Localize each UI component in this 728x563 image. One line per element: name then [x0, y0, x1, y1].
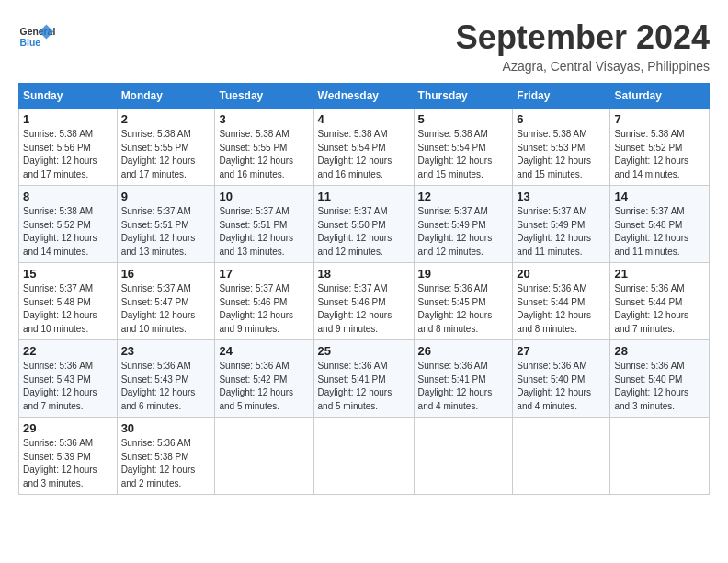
day-info: Sunrise: 5:38 AM Sunset: 5:53 PM Dayligh… — [517, 128, 606, 181]
day-info: Sunrise: 5:38 AM Sunset: 5:55 PM Dayligh… — [121, 128, 211, 181]
day-number: 9 — [121, 190, 211, 203]
day-info: Sunrise: 5:36 AM Sunset: 5:40 PM Dayligh… — [614, 360, 705, 413]
sunrise-label: Sunrise: 5:36 AM — [418, 283, 488, 293]
day-number: 23 — [121, 344, 211, 358]
calendar-day-9: 9 Sunrise: 5:37 AM Sunset: 5:51 PM Dayli… — [117, 186, 215, 263]
day-number: 16 — [121, 267, 211, 281]
daylight-label: Daylight: 12 hours and 16 minutes. — [318, 155, 392, 179]
calendar-week-2: 8 Sunrise: 5:38 AM Sunset: 5:52 PM Dayli… — [19, 186, 710, 263]
month-title: September 2024 — [456, 18, 710, 57]
day-info: Sunrise: 5:36 AM Sunset: 5:42 PM Dayligh… — [219, 360, 309, 413]
sunset-label: Sunset: 5:50 PM — [318, 220, 386, 230]
sunrise-label: Sunrise: 5:36 AM — [121, 361, 191, 371]
sunset-label: Sunset: 5:46 PM — [219, 297, 287, 307]
day-info: Sunrise: 5:36 AM Sunset: 5:39 PM Dayligh… — [23, 437, 113, 490]
sunset-label: Sunset: 5:48 PM — [23, 297, 91, 307]
day-info: Sunrise: 5:36 AM Sunset: 5:41 PM Dayligh… — [318, 360, 410, 413]
day-info: Sunrise: 5:37 AM Sunset: 5:47 PM Dayligh… — [121, 282, 211, 336]
daylight-label: Daylight: 12 hours and 17 minutes. — [23, 155, 97, 179]
calendar-day-24: 24 Sunrise: 5:36 AM Sunset: 5:42 PM Dayl… — [215, 340, 313, 418]
calendar-day-23: 23 Sunrise: 5:36 AM Sunset: 5:43 PM Dayl… — [117, 340, 215, 418]
calendar-day-10: 10 Sunrise: 5:37 AM Sunset: 5:51 PM Dayl… — [215, 186, 313, 263]
sunset-label: Sunset: 5:39 PM — [23, 452, 91, 462]
sunset-label: Sunset: 5:41 PM — [418, 374, 486, 385]
day-info: Sunrise: 5:37 AM Sunset: 5:48 PM Dayligh… — [614, 205, 705, 259]
day-info: Sunrise: 5:38 AM Sunset: 5:55 PM Dayligh… — [219, 128, 309, 181]
calendar-day-6: 6 Sunrise: 5:38 AM Sunset: 5:53 PM Dayli… — [513, 109, 610, 186]
sunrise-label: Sunrise: 5:37 AM — [219, 283, 289, 293]
daylight-label: Daylight: 12 hours and 12 minutes. — [418, 233, 493, 257]
daylight-label: Daylight: 12 hours and 8 minutes. — [418, 310, 493, 334]
calendar-day-3: 3 Sunrise: 5:38 AM Sunset: 5:55 PM Dayli… — [215, 109, 313, 186]
daylight-label: Daylight: 12 hours and 10 minutes. — [121, 310, 196, 334]
day-info: Sunrise: 5:36 AM Sunset: 5:43 PM Dayligh… — [23, 360, 113, 413]
day-number: 26 — [418, 344, 509, 358]
sunset-label: Sunset: 5:53 PM — [517, 143, 585, 153]
daylight-label: Daylight: 12 hours and 12 minutes. — [318, 233, 392, 257]
sunset-label: Sunset: 5:48 PM — [614, 220, 682, 230]
day-info: Sunrise: 5:38 AM Sunset: 5:54 PM Dayligh… — [318, 128, 410, 181]
sunrise-label: Sunrise: 5:36 AM — [614, 283, 684, 293]
sunrise-label: Sunrise: 5:36 AM — [219, 361, 289, 371]
daylight-label: Daylight: 12 hours and 14 minutes. — [23, 233, 97, 257]
sunset-label: Sunset: 5:41 PM — [318, 374, 386, 385]
sunrise-label: Sunrise: 5:36 AM — [318, 361, 388, 371]
day-number: 1 — [23, 112, 113, 126]
sunrise-label: Sunrise: 5:36 AM — [418, 361, 488, 371]
day-info: Sunrise: 5:36 AM Sunset: 5:44 PM Dayligh… — [517, 282, 606, 336]
day-number: 28 — [614, 344, 705, 358]
sunset-label: Sunset: 5:49 PM — [517, 220, 585, 230]
daylight-label: Daylight: 12 hours and 11 minutes. — [614, 233, 688, 257]
calendar-day-1: 1 Sunrise: 5:38 AM Sunset: 5:56 PM Dayli… — [19, 109, 118, 186]
day-number: 5 — [418, 112, 509, 126]
daylight-label: Daylight: 12 hours and 7 minutes. — [23, 387, 97, 411]
daylight-label: Daylight: 12 hours and 16 minutes. — [219, 155, 293, 179]
sunset-label: Sunset: 5:46 PM — [318, 297, 386, 307]
sunrise-label: Sunrise: 5:36 AM — [517, 283, 586, 293]
sunset-label: Sunset: 5:49 PM — [418, 220, 486, 230]
sunrise-label: Sunrise: 5:38 AM — [219, 129, 289, 139]
calendar-day-25: 25 Sunrise: 5:36 AM Sunset: 5:41 PM Dayl… — [313, 340, 414, 418]
calendar-day-14: 14 Sunrise: 5:37 AM Sunset: 5:48 PM Dayl… — [610, 186, 710, 263]
day-number: 3 — [219, 112, 309, 126]
day-number: 17 — [219, 267, 309, 281]
sunrise-label: Sunrise: 5:37 AM — [121, 206, 191, 216]
sunset-label: Sunset: 5:40 PM — [614, 374, 682, 385]
day-number: 20 — [517, 267, 606, 281]
calendar-day-19: 19 Sunrise: 5:36 AM Sunset: 5:45 PM Dayl… — [414, 263, 513, 340]
sunrise-label: Sunrise: 5:36 AM — [517, 361, 586, 371]
day-number: 22 — [23, 344, 113, 358]
daylight-label: Daylight: 12 hours and 3 minutes. — [23, 465, 97, 488]
sunset-label: Sunset: 5:44 PM — [517, 297, 585, 307]
calendar-day-17: 17 Sunrise: 5:37 AM Sunset: 5:46 PM Dayl… — [215, 263, 313, 340]
day-info: Sunrise: 5:36 AM Sunset: 5:45 PM Dayligh… — [418, 282, 509, 336]
daylight-label: Daylight: 12 hours and 10 minutes. — [23, 310, 97, 334]
sunrise-label: Sunrise: 5:37 AM — [517, 206, 586, 216]
day-info: Sunrise: 5:37 AM Sunset: 5:48 PM Dayligh… — [23, 282, 113, 336]
day-number: 19 — [418, 267, 509, 281]
day-number: 21 — [614, 267, 705, 281]
calendar-day-8: 8 Sunrise: 5:38 AM Sunset: 5:52 PM Dayli… — [19, 186, 118, 263]
calendar-day-18: 18 Sunrise: 5:37 AM Sunset: 5:46 PM Dayl… — [313, 263, 414, 340]
day-number: 29 — [23, 421, 113, 435]
sunset-label: Sunset: 5:55 PM — [219, 143, 287, 153]
header-tuesday: Tuesday — [215, 84, 313, 109]
day-number: 18 — [318, 267, 410, 281]
page-header: General Blue September 2024 Azagra, Cent… — [18, 18, 710, 74]
header-thursday: Thursday — [414, 84, 513, 109]
daylight-label: Daylight: 12 hours and 13 minutes. — [219, 233, 293, 257]
day-info: Sunrise: 5:36 AM Sunset: 5:38 PM Dayligh… — [121, 437, 211, 490]
sunset-label: Sunset: 5:38 PM — [121, 452, 189, 462]
calendar-day-5: 5 Sunrise: 5:38 AM Sunset: 5:54 PM Dayli… — [414, 109, 513, 186]
daylight-label: Daylight: 12 hours and 4 minutes. — [517, 387, 591, 411]
day-number: 11 — [318, 190, 410, 203]
daylight-label: Daylight: 12 hours and 14 minutes. — [614, 155, 688, 179]
header-wednesday: Wednesday — [313, 84, 414, 109]
sunset-label: Sunset: 5:54 PM — [418, 143, 486, 153]
daylight-label: Daylight: 12 hours and 7 minutes. — [614, 310, 688, 334]
day-number: 14 — [614, 190, 705, 203]
day-info: Sunrise: 5:36 AM Sunset: 5:40 PM Dayligh… — [517, 360, 606, 413]
day-number: 4 — [318, 112, 410, 126]
day-info: Sunrise: 5:36 AM Sunset: 5:41 PM Dayligh… — [418, 360, 509, 413]
day-number: 15 — [23, 267, 113, 281]
